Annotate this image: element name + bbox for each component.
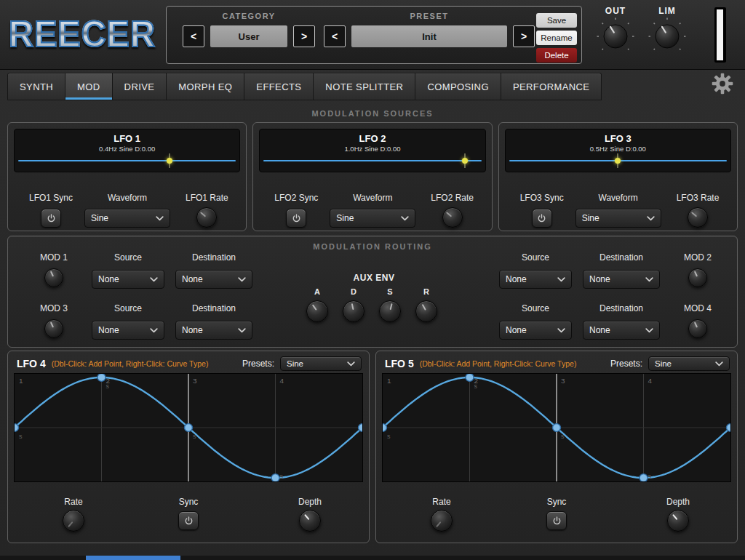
out-label: OUT <box>594 6 637 16</box>
lfo3-waveform-value: Sine <box>582 213 599 223</box>
tab-composing[interactable]: COMPOSING <box>415 73 501 100</box>
mod1-source-select[interactable]: None <box>92 270 164 289</box>
preset-next-button[interactable]: > <box>513 25 535 47</box>
mod3-source-value: None <box>98 325 119 335</box>
mod1-amount-knob[interactable] <box>44 268 63 287</box>
lfo3-sync-button[interactable] <box>532 209 552 228</box>
lfo3-title: LFO 3 <box>506 129 730 144</box>
delete-button[interactable]: Delete <box>536 48 577 63</box>
lim-knob[interactable] <box>648 17 687 56</box>
lfo5-presets-select[interactable]: Sine <box>648 356 730 371</box>
aux-decay-knob[interactable] <box>343 300 364 322</box>
chevron-down-icon <box>401 216 409 221</box>
lfo4-preset-value: Sine <box>287 359 303 368</box>
mod2-destination-select[interactable]: None <box>583 270 660 289</box>
lfo4-curve-display[interactable]: 1234ssss <box>15 374 362 481</box>
lfo2-sync-button[interactable] <box>286 209 306 228</box>
lfo1-rate-knob[interactable] <box>196 207 217 228</box>
lfo3-waveform-select[interactable]: Sine <box>575 209 661 228</box>
lfo5-editor-panel: LFO 5 (Dbl-Click: Add Point, Right-Click… <box>375 351 738 543</box>
rename-button[interactable]: Rename <box>536 31 577 45</box>
lfo5-rate-knob[interactable] <box>431 510 453 532</box>
tab-performance[interactable]: PERFORMANCE <box>501 73 602 100</box>
aux-sustain-label: S <box>372 287 408 296</box>
preset-value[interactable]: Init <box>351 25 507 47</box>
preset-prev-button[interactable]: < <box>324 25 346 47</box>
tab-note-splitter[interactable]: NOTE SPLITTER <box>314 73 415 100</box>
svg-text:4: 4 <box>648 377 652 385</box>
gear-icon[interactable] <box>711 72 734 95</box>
lfo5-presets-label: Presets: <box>610 359 642 369</box>
lfo2-waveform-select[interactable]: Sine <box>330 209 415 228</box>
lfo1-waveform-value: Sine <box>91 213 108 223</box>
mod3-destination-label: Destination <box>175 303 252 313</box>
lfo1-title: LFO 1 <box>15 129 239 144</box>
lfo5-rate-label: Rate <box>414 497 469 507</box>
mod2-source-select[interactable]: None <box>499 270 572 289</box>
lfo4-depth-label: Depth <box>282 497 338 507</box>
category-next-button[interactable]: > <box>293 25 315 47</box>
lfo-sources-row: LFO 1 0.4Hz Sine D:0.00 LFO1 Sync Wavefo… <box>7 122 738 231</box>
lfo1-marker-dot <box>167 158 172 164</box>
lfo4-presets-select[interactable]: Sine <box>280 356 362 371</box>
aux-release-knob[interactable] <box>415 300 437 322</box>
lfo1-readout: 0.4Hz Sine D:0.00 <box>15 145 239 153</box>
tab-morph-eq[interactable]: MORPH EQ <box>167 73 244 100</box>
mod2-label: MOD 2 <box>666 252 729 263</box>
lfo4-sync-label: Sync <box>161 497 216 507</box>
chevron-down-icon <box>347 361 355 367</box>
lfo5-depth-knob[interactable] <box>667 510 689 532</box>
lfo4-rate-knob[interactable] <box>63 510 84 532</box>
aux-env-label: AUX ENV <box>299 273 449 283</box>
lfo2-rate-label: LFO2 Rate <box>422 193 483 203</box>
tab-effects[interactable]: EFFECTS <box>244 73 314 100</box>
mod3-destination-select[interactable]: None <box>175 321 252 340</box>
svg-text:s: s <box>387 433 391 440</box>
mod4-source-select[interactable]: None <box>499 321 572 340</box>
aux-sustain-knob[interactable] <box>379 300 401 322</box>
lfo5-sync-button[interactable] <box>546 511 567 530</box>
lfo4-sync-button[interactable] <box>178 511 199 530</box>
lfo1-sync-button[interactable] <box>41 209 61 228</box>
mod4-amount-knob[interactable] <box>688 319 707 338</box>
save-button[interactable]: Save <box>536 13 577 28</box>
lim-knob-group: LIM <box>646 6 688 59</box>
chevron-down-icon <box>238 328 246 333</box>
svg-text:4: 4 <box>279 377 284 385</box>
svg-text:s: s <box>279 473 283 480</box>
lfo1-waveform-select[interactable]: Sine <box>84 209 170 228</box>
lfo2-marker-dot <box>462 158 468 164</box>
svg-text:s: s <box>19 433 23 440</box>
svg-text:1: 1 <box>19 377 23 385</box>
lfo5-title: LFO 5 <box>385 358 414 369</box>
modulation-routing-title: MODULATION ROUTING <box>8 242 737 251</box>
lfo5-curve-editor[interactable]: 1234ssss <box>382 373 731 482</box>
category-prev-button[interactable]: < <box>183 25 204 47</box>
power-icon <box>47 214 56 223</box>
category-label: CATEGORY <box>183 12 315 20</box>
chevron-down-icon <box>238 277 246 282</box>
category-value[interactable]: User <box>210 25 287 47</box>
lfo4-curve-editor[interactable]: 1234ssss <box>14 373 363 482</box>
tab-drive[interactable]: DRIVE <box>113 73 167 100</box>
lfo4-depth-knob[interactable] <box>299 510 321 532</box>
lfo4-hint: (Dbl-Click: Add Point, Right-Click: Curv… <box>52 359 236 368</box>
mod3-source-select[interactable]: None <box>92 321 164 340</box>
tab-synth[interactable]: SYNTH <box>7 73 65 100</box>
header-bar: REECER CATEGORY < User > PRESET < Init >… <box>0 0 745 70</box>
lfo3-display: LFO 3 0.5Hz Sine D:0.00 <box>505 129 731 172</box>
lfo3-rate-knob[interactable] <box>688 207 708 228</box>
mod4-destination-select[interactable]: None <box>583 321 660 340</box>
mod3-amount-knob[interactable] <box>44 319 63 338</box>
chevron-down-icon <box>557 277 565 282</box>
modulation-routing-panel: MODULATION ROUTING MOD 1 Source None Des… <box>7 236 738 348</box>
out-knob[interactable] <box>596 17 635 56</box>
lfo5-curve-display[interactable]: 1234ssss <box>383 374 730 481</box>
lfo2-rate-knob[interactable] <box>442 207 463 228</box>
mod2-amount-knob[interactable] <box>688 268 707 287</box>
mod1-destination-select[interactable]: None <box>175 270 252 289</box>
lfo2-readout: 1.0Hz Sine D:0.00 <box>260 145 485 153</box>
lfo3-sync-label: LFO3 Sync <box>509 193 575 203</box>
aux-attack-knob[interactable] <box>306 300 328 322</box>
tab-mod[interactable]: MOD <box>65 73 113 100</box>
